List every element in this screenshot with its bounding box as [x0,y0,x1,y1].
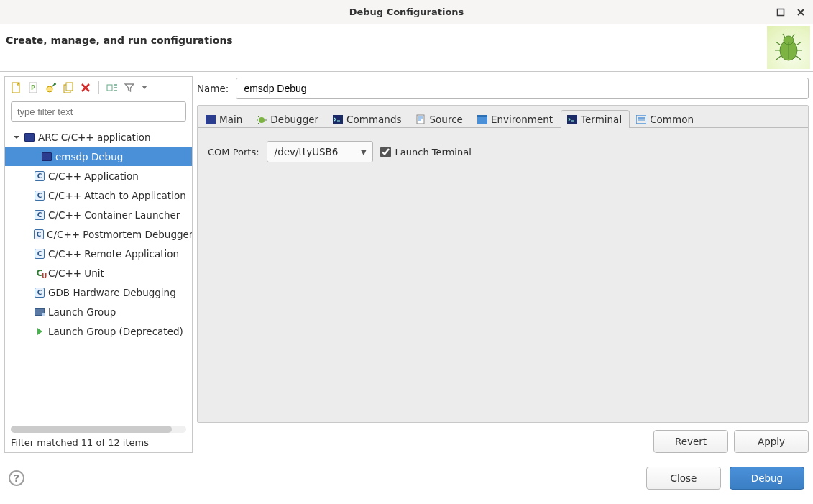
tab-source[interactable]: Source [409,110,470,128]
c-cpp-icon: C [34,287,45,298]
help-icon[interactable]: ? [9,470,24,486]
tab-common[interactable]: Common [630,110,702,128]
tree-item-c-remote[interactable]: C C/C++ Remote Application [5,244,192,263]
new-prototype-icon[interactable]: P [28,82,40,93]
tree-root-arc[interactable]: ARC C/C++ application [5,127,192,147]
name-row: Name: [197,76,809,105]
window-titlebar: Debug Configurations [0,0,813,24]
tree-item-c-unit[interactable]: C C/C++ Unit [5,263,192,283]
common-tab-icon [636,114,646,124]
tab-label: Environment [491,114,553,125]
tab-label: Terminal [581,114,622,125]
button-label: Close [671,472,697,484]
config-tabs-panel: Main Debugger Commands [197,105,809,423]
delete-config-icon[interactable] [80,82,91,93]
tree-label: Launch Group [48,306,116,318]
filter-input[interactable] [11,101,186,122]
tab-label: Main [219,114,242,125]
tab-label: Debugger [270,114,318,125]
svg-rect-9 [107,85,112,91]
tree-horizontal-scrollbar[interactable] [11,426,186,433]
svg-text:P: P [31,85,35,91]
revert-button[interactable]: Revert [653,430,728,453]
tree-item-launch-group[interactable]: Launch Group [5,302,192,321]
tree-label: C/C++ Attach to Application [48,190,186,201]
tree-item-launch-group-deprecated[interactable]: Launch Group (Deprecated) [5,321,192,341]
tree-item-c-app[interactable]: C C/C++ Application [5,166,192,185]
tree-item-c-attach[interactable]: C C/C++ Attach to Application [5,185,192,205]
svg-rect-12 [333,115,343,124]
config-editor: Name: Main Debugger [197,76,809,453]
apply-button[interactable]: Apply [734,430,809,453]
maximize-icon[interactable] [776,7,786,17]
chevron-down-icon: ▼ [361,148,367,156]
tab-label: Common [650,114,694,125]
config-tabs: Main Debugger Commands [198,106,808,127]
debug-button[interactable]: Debug [730,467,804,490]
source-tab-icon [415,114,426,124]
filter-status: Filter matched 11 of 12 items [5,433,192,452]
close-icon[interactable] [796,7,806,17]
tab-terminal[interactable]: Terminal [561,110,630,128]
export-config-icon[interactable] [45,82,57,93]
close-button[interactable]: Close [646,467,721,490]
tree-item-gdb-hw[interactable]: C GDB Hardware Debugging [5,283,192,302]
tree-label: Launch Group (Deprecated) [48,326,183,337]
terminal-tab-icon [567,114,577,124]
environment-tab-icon [477,114,487,124]
tree-item-c-container[interactable]: C C/C++ Container Launcher [5,205,192,224]
svg-rect-17 [636,115,646,124]
filter-menu-chevron-icon[interactable] [141,82,148,93]
tab-debugger[interactable]: Debugger [250,110,326,128]
dialog-footer: ? Close Debug [0,457,813,499]
tree-label: emsdp Debug [55,151,123,162]
arc-app-icon [24,132,35,143]
launch-terminal-input[interactable] [380,147,391,157]
c-cpp-icon: C [34,248,45,260]
tree-item-emsdp-debug[interactable]: emsdp Debug [5,147,192,166]
svg-rect-10 [206,115,216,124]
svg-rect-15 [477,115,487,117]
tree-item-c-postmortem[interactable]: C C/C++ Postmortem Debugger [5,224,192,244]
tree-label: ARC C/C++ application [38,132,150,143]
launch-group-deprecated-icon [34,326,45,337]
commands-tab-icon [333,114,343,124]
tab-main[interactable]: Main [199,110,250,128]
com-ports-combo[interactable]: /dev/ttyUSB6 ▼ [267,141,373,162]
c-unit-icon: C [34,267,45,279]
config-toolbar: P [5,77,192,98]
collapse-icon[interactable] [106,82,118,93]
window-controls [776,0,806,24]
tab-commands[interactable]: Commands [326,110,409,128]
c-cpp-icon: C [34,209,45,221]
tree-label: C/C++ Remote Application [48,248,179,260]
new-config-icon[interactable] [11,82,22,93]
collapse-chevron-icon[interactable] [12,133,21,142]
launch-terminal-checkbox[interactable]: Launch Terminal [380,147,472,157]
c-cpp-icon: C [34,229,44,240]
tree-label: GDB Hardware Debugging [48,287,176,298]
name-input[interactable] [236,78,809,99]
footer-buttons: Close Debug [646,467,804,490]
main-tab-icon [206,114,216,124]
svg-rect-13 [417,115,424,124]
duplicate-config-icon[interactable] [63,82,74,93]
dialog-header: Create, manage, and run configurations [0,24,813,72]
config-tree[interactable]: ARC C/C++ application emsdp Debug C C/C+… [5,126,192,426]
com-ports-value: /dev/ttyUSB6 [275,146,339,157]
revert-apply-row: Revert Apply [197,423,809,453]
svg-rect-8 [66,83,73,91]
tab-label: Source [429,114,462,125]
configurations-panel: P [4,76,193,453]
c-cpp-icon: C [34,190,45,201]
filter-icon[interactable] [124,82,135,93]
launch-group-icon [34,306,45,318]
com-port-row: COM Ports: /dev/ttyUSB6 ▼ Launch Termina… [208,141,798,162]
svg-rect-0 [778,9,784,15]
tab-environment[interactable]: Environment [471,110,561,128]
tree-label: C/C++ Postmortem Debugger [47,229,192,240]
tree-label: C/C++ Unit [48,267,104,279]
button-label: Revert [675,436,707,447]
launch-terminal-label: Launch Terminal [395,147,472,157]
dialog-heading: Create, manage, and run configurations [0,24,233,46]
